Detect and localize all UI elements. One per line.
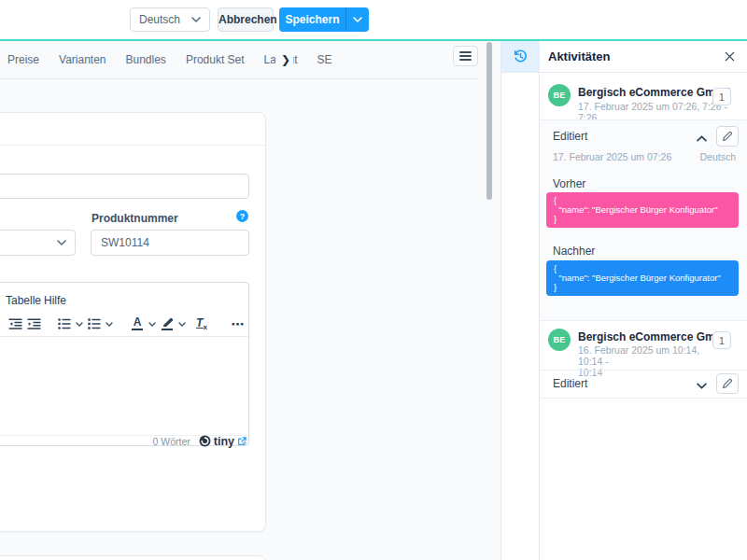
tabs-scroll-right-icon[interactable]: ❯: [275, 53, 293, 68]
after-label: Nachher: [553, 245, 595, 258]
font-color-icon: A: [134, 317, 142, 327]
resize-grip-icon: [241, 439, 247, 445]
context-menu-button[interactable]: [453, 46, 478, 66]
panel-header-divider: [501, 72, 747, 73]
toolbar-divider: [0, 336, 248, 337]
editor-statusbar: 0 Wörter tiny: [0, 436, 247, 446]
card-header-divider: [0, 145, 265, 146]
chevron-down-icon: [57, 240, 66, 245]
more-icon: ⋯: [232, 316, 246, 331]
detail-language: Deutsch: [699, 151, 736, 162]
font-color-bar: [132, 329, 143, 331]
highlighter-icon: [162, 317, 174, 327]
collapse-detail-button[interactable]: [694, 131, 709, 146]
close-panel-button[interactable]: [721, 48, 738, 64]
product-name-input[interactable]: [0, 174, 249, 199]
indent-button[interactable]: [24, 314, 43, 334]
pencil-icon: [722, 378, 733, 389]
save-button[interactable]: Speichern: [279, 7, 345, 32]
clear-formatting-icon: Tx: [196, 316, 207, 331]
activity-action-label: Editiert: [553, 130, 587, 143]
outdent-icon: [8, 318, 22, 329]
language-select-value: Deutsch: [139, 13, 180, 26]
edit-activity-button[interactable]: [716, 126, 739, 147]
chevron-down-icon: [148, 322, 156, 327]
numbered-list-dropdown[interactable]: [103, 314, 116, 334]
entry-divider: [540, 398, 747, 399]
chevron-down-icon: [178, 322, 186, 327]
cancel-button[interactable]: Abbrechen: [218, 7, 274, 32]
editor-toolbar: A Tx ⋯: [6, 314, 248, 334]
highlight-color-bar: [162, 329, 173, 331]
tab-preise[interactable]: Preise: [7, 53, 39, 66]
close-icon: [725, 51, 735, 62]
activity-count-badge[interactable]: 1: [712, 88, 731, 105]
pencil-icon: [722, 131, 733, 142]
chevron-down-icon: [106, 322, 113, 327]
entry-divider: [540, 370, 747, 371]
clear-formatting-button[interactable]: Tx: [192, 314, 211, 334]
after-value-box: { "name": "Bergischer Bürger Konfigurato…: [546, 260, 739, 296]
indent-icon: [27, 318, 41, 329]
tab-produkt-set[interactable]: Produkt Set: [186, 53, 245, 66]
chevron-down-icon: [697, 383, 707, 389]
editor-menu-hilfe[interactable]: Hilfe: [44, 294, 66, 307]
bullet-list-icon: [58, 318, 71, 329]
menu-icon: [459, 51, 472, 61]
tab-seo[interactable]: SE: [317, 53, 332, 66]
tinymce-brand-text: tiny: [214, 435, 234, 448]
toolbar-more-button[interactable]: ⋯: [228, 314, 248, 334]
tinymce-logo-icon: [199, 435, 211, 447]
tabs-divider: [0, 78, 478, 79]
edit-activity-button[interactable]: [716, 373, 739, 394]
entry-divider: [540, 320, 747, 321]
resize-handle[interactable]: [241, 439, 247, 445]
chevron-down-icon: [76, 322, 83, 327]
highlight-color-dropdown[interactable]: [176, 314, 189, 334]
font-color-dropdown[interactable]: [146, 314, 159, 334]
outdent-button[interactable]: [6, 314, 24, 334]
before-value-box: { "name": "Bergischer Bürger Konfiguator…: [546, 192, 739, 228]
avatar: BE: [548, 84, 571, 106]
expand-detail-button[interactable]: [694, 378, 709, 393]
save-dropdown-button[interactable]: [345, 7, 369, 32]
activity-date: 16. Februar 2025 um 10:14, 10:14 - 10:14: [578, 344, 718, 378]
tab-varianten[interactable]: Varianten: [59, 53, 106, 66]
help-icon[interactable]: ?: [236, 210, 248, 222]
bullet-list-dropdown[interactable]: [73, 314, 86, 334]
activity-action-label: Editiert: [553, 377, 587, 390]
editor-menu-tabelle[interactable]: Tabelle: [6, 294, 41, 307]
chevron-down-icon: [191, 17, 201, 22]
before-label: Vorher: [553, 177, 585, 190]
numbered-list-icon: [88, 318, 101, 329]
font-color-button[interactable]: A: [129, 314, 146, 334]
manufacturer-select[interactable]: [0, 230, 76, 256]
tab-bundles[interactable]: Bundles: [126, 53, 166, 66]
activity-author: Bergisch eCommerce GmbH: [578, 86, 730, 99]
chevron-down-icon: [353, 17, 362, 22]
product-number-label: Produktnummer: [92, 212, 178, 225]
app-window: Deutsch Abbrechen Speichern Preise Varia…: [0, 0, 747, 560]
tinymce-brand-link[interactable]: tiny: [199, 435, 247, 448]
bullet-list-button[interactable]: [56, 314, 73, 334]
history-icon: [513, 49, 529, 64]
next-section-card: [0, 555, 266, 560]
topbar: Deutsch Abbrechen Speichern: [0, 0, 747, 39]
panel-title: Aktivitäten: [548, 49, 610, 63]
scrollbar[interactable]: [486, 42, 492, 200]
avatar: BE: [548, 329, 571, 351]
activity-count-badge[interactable]: 1: [712, 331, 731, 349]
side-icon-strip: [501, 41, 540, 560]
language-select[interactable]: Deutsch: [130, 7, 210, 32]
chevron-up-icon: [697, 135, 707, 142]
detail-date: 17. Februar 2025 um 07:26: [553, 151, 671, 162]
product-number-input[interactable]: [91, 230, 249, 256]
activity-author: Bergisch eCommerce GmbH: [578, 330, 730, 343]
numbered-list-button[interactable]: [86, 314, 103, 334]
activities-strip-button[interactable]: [501, 41, 540, 72]
highlight-color-button[interactable]: [159, 314, 176, 334]
word-count: 0 Wörter: [153, 436, 190, 447]
